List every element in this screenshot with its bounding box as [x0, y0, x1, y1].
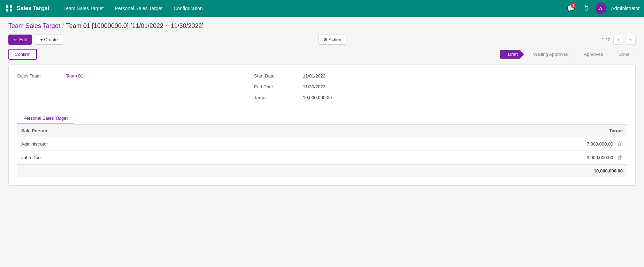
svg-rect-1	[10, 5, 12, 8]
cell-target: 7,000,000.00 🗑	[286, 137, 627, 151]
target-label: Target	[254, 95, 303, 100]
table-header: Sale Person Target	[17, 125, 627, 137]
menu-team-sales-target[interactable]: Team Sales Target	[58, 0, 109, 17]
status-steps: Draft Waiting Approved Approved Done	[500, 50, 636, 59]
notification-badge: 1	[571, 3, 576, 8]
form-right: Start Date 11/01/2022 End Date 11/30/202…	[254, 73, 627, 106]
status-step-approved: Approved	[575, 50, 610, 59]
svg-rect-3	[10, 9, 12, 12]
cell-sale-person: Administrator	[17, 137, 286, 151]
pagination-next[interactable]: ›	[626, 35, 636, 45]
svg-rect-0	[6, 5, 8, 8]
tabs: Personal Sales Target	[17, 113, 627, 125]
sales-team-row: Sales Team Team 01	[17, 73, 226, 79]
status-step-draft: Draft	[500, 50, 524, 59]
end-date-value: 11/30/2022	[303, 84, 325, 89]
topnav-actions: 💬 1 ⏱ A Administrator	[565, 2, 640, 15]
menu-personal-sales-target[interactable]: Personal Sales Target	[109, 0, 168, 17]
target-row: Target 10,000,000.00	[254, 95, 627, 100]
delete-icon[interactable]: 🗑	[617, 154, 623, 160]
col-target: Target	[286, 125, 627, 137]
cell-sale-person: John Doe	[17, 151, 286, 164]
start-date-value: 11/01/2022	[303, 73, 325, 79]
edit-icon: ✏	[14, 37, 17, 42]
table-row: John Doe 3,000,000.00 🗑	[17, 151, 627, 164]
create-button[interactable]: + Create	[35, 35, 63, 45]
sales-team-label: Sales Team	[17, 73, 66, 79]
col-sale-person: Sale Person	[17, 125, 286, 137]
notifications-button[interactable]: 💬 1	[565, 2, 577, 15]
content-area: Team Sales Target / Team 01 [10000000.0]…	[0, 17, 644, 191]
breadcrumb-current: Team 01 [10000000.0] [11/01/2022 ~ 11/30…	[66, 22, 204, 30]
pagination-prev[interactable]: ‹	[613, 35, 623, 45]
end-date-row: End Date 11/30/2022	[254, 84, 627, 89]
form-fields: Sales Team Team 01 Start Date 11/01/2022…	[17, 73, 627, 106]
start-date-row: Start Date 11/01/2022	[254, 73, 627, 79]
app-name: Sales Target	[17, 5, 49, 12]
admin-name: Administrator	[611, 6, 640, 11]
form-left: Sales Team Team 01	[17, 73, 226, 84]
grid-icon[interactable]	[4, 3, 14, 13]
confirm-button[interactable]: Confirm	[8, 49, 37, 60]
svg-rect-2	[6, 9, 8, 12]
target-value: 10,000,000.00	[303, 95, 332, 100]
sales-team-value: Team 01	[66, 73, 83, 79]
start-date-label: Start Date	[254, 73, 303, 79]
delete-icon[interactable]: 🗑	[617, 141, 623, 147]
end-date-label: End Date	[254, 84, 303, 89]
form-card: Sales Team Team 01 Start Date 11/01/2022…	[8, 65, 636, 186]
clock-button[interactable]: ⏱	[580, 2, 592, 15]
action-button[interactable]: ⚙ Action	[318, 35, 346, 45]
clock-icon: ⏱	[583, 5, 589, 12]
breadcrumb: Team Sales Target / Team 01 [10000000.0]…	[8, 22, 636, 30]
pagination: 1 / 2 ‹ ›	[602, 35, 636, 45]
status-step-done: Done	[610, 50, 636, 59]
table-body: Administrator 7,000,000.00 🗑 John Doe 3,…	[17, 137, 627, 164]
status-bar: Confirm Draft Waiting Approved Approved …	[8, 49, 636, 60]
topnav: Sales Target Team Sales Target Personal …	[0, 0, 644, 17]
personal-sales-target-table: Sale Person Target Administrator 7,000,0…	[17, 125, 627, 164]
tab-personal-sales-target[interactable]: Personal Sales Target	[17, 113, 74, 124]
status-step-waiting: Waiting Approved	[525, 50, 575, 59]
breadcrumb-separator: /	[62, 22, 64, 30]
menu-configuration[interactable]: Configuration	[168, 0, 208, 17]
avatar[interactable]: A	[595, 3, 606, 14]
topnav-menu: Team Sales Target Personal Sales Target …	[58, 0, 208, 17]
breadcrumb-parent[interactable]: Team Sales Target	[8, 22, 60, 30]
total-value: 10,000,000.00	[594, 168, 623, 173]
edit-button[interactable]: ✏ Edit	[8, 35, 32, 45]
pagination-label: 1 / 2	[602, 37, 611, 42]
total-row: 10,000,000.00	[17, 164, 627, 177]
toolbar: ✏ Edit + Create ⚙ Action 1 / 2 ‹ ›	[8, 35, 636, 45]
table-row: Administrator 7,000,000.00 🗑	[17, 137, 627, 151]
cell-target: 3,000,000.00 🗑	[286, 151, 627, 164]
